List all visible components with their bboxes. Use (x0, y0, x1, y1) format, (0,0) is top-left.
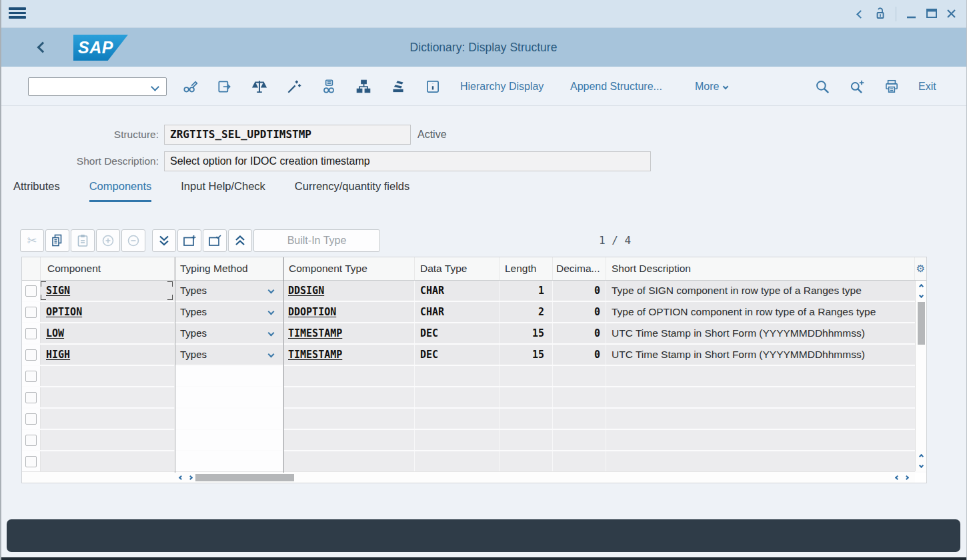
scroll-left-icon[interactable] (894, 475, 900, 481)
component-type-link[interactable]: DDSIGN (288, 285, 324, 297)
where-used-icon[interactable] (319, 77, 338, 96)
typing-method-cell[interactable] (175, 451, 283, 471)
column-header-typing-method[interactable]: Typing Method (175, 257, 283, 280)
scroll-up-icon[interactable] (918, 453, 924, 459)
hierarchy-display-button[interactable]: Hierarchy Display (460, 67, 544, 106)
tab-components[interactable]: Components (89, 180, 152, 202)
consistency-check-scales-icon[interactable] (250, 77, 269, 96)
row-checkbox[interactable] (25, 392, 37, 403)
scroll-down-icon[interactable] (918, 293, 924, 299)
component-name-link[interactable]: SIGN (46, 285, 70, 297)
chevron-down-icon (723, 84, 728, 89)
component-name-link[interactable]: OPTION (46, 306, 82, 318)
column-header-short-description[interactable]: Short Description (606, 257, 915, 280)
activate-wand-icon[interactable] (285, 77, 303, 96)
typing-method-cell[interactable] (175, 366, 283, 386)
component-name-link[interactable]: HIGH (46, 349, 70, 361)
insert-line-button[interactable] (96, 229, 120, 252)
column-header-length[interactable]: Length (500, 257, 553, 280)
table-row: OPTION Types DDOPTION CHAR 2 0 Type of O… (22, 302, 926, 323)
typing-method-cell[interactable]: Types (175, 345, 283, 365)
menu-icon[interactable] (9, 7, 26, 21)
search-plus-icon[interactable] (848, 77, 866, 96)
print-icon[interactable] (882, 77, 901, 96)
component-type-cell[interactable] (283, 409, 415, 429)
minimize-icon[interactable] (902, 4, 922, 24)
component-cell[interactable] (41, 366, 175, 386)
horizontal-scrollbar[interactable] (22, 471, 915, 483)
insert-row-button[interactable] (177, 229, 201, 252)
vertical-scroll-thumb[interactable] (918, 302, 925, 345)
builtin-type-button[interactable]: Built-In Type (253, 229, 380, 252)
paste-button[interactable] (71, 229, 95, 252)
component-name-link[interactable]: LOW (46, 327, 64, 339)
component-type-link[interactable]: DDOPTION (288, 306, 336, 318)
row-checkbox[interactable] (25, 328, 37, 339)
structure-field[interactable]: ZRGTITS_SEL_UPDTIMSTMP (164, 125, 411, 145)
component-cell[interactable] (41, 409, 175, 429)
layers-icon[interactable] (389, 77, 407, 96)
command-input[interactable] (28, 77, 167, 96)
close-icon[interactable] (942, 4, 962, 24)
tab-currency-quantity-fields[interactable]: Currency/quantity fields (295, 180, 409, 202)
display-change-icon[interactable] (181, 77, 199, 96)
more-menu-button[interactable]: More (695, 67, 728, 106)
scroll-up-icon[interactable] (918, 283, 924, 289)
typing-method-cell[interactable] (175, 430, 283, 450)
copy-button[interactable] (45, 229, 69, 252)
scroll-right-icon[interactable] (904, 475, 910, 481)
maximize-icon[interactable] (922, 4, 942, 24)
decimals-cell: 0 (553, 281, 606, 301)
column-header-data-type[interactable]: Data Type (415, 257, 500, 280)
column-header-component[interactable]: Component (41, 257, 175, 280)
component-cell[interactable] (41, 451, 175, 471)
typing-method-cell[interactable]: Types (175, 281, 283, 301)
component-cell[interactable] (41, 387, 175, 407)
copy-object-icon[interactable] (215, 77, 234, 96)
component-type-cell[interactable] (283, 451, 415, 471)
component-type-link[interactable]: TIMESTAMP (288, 349, 342, 361)
chevron-down-icon[interactable] (151, 83, 159, 91)
typing-method-cell[interactable]: Types (175, 302, 283, 322)
component-type-cell[interactable] (283, 366, 415, 386)
scroll-left-icon[interactable] (178, 475, 184, 481)
row-checkbox[interactable] (25, 413, 37, 425)
row-checkbox[interactable] (25, 371, 37, 382)
component-type-cell[interactable] (283, 387, 415, 407)
move-down-button[interactable] (152, 229, 176, 252)
delete-row-button[interactable] (203, 229, 227, 252)
cut-button[interactable]: ✂ (20, 229, 44, 252)
row-checkbox[interactable] (25, 456, 37, 467)
horizontal-scroll-thumb[interactable] (195, 474, 294, 481)
append-structure-button[interactable]: Append Structure... (570, 67, 662, 106)
typing-method-cell[interactable]: Types (175, 323, 283, 343)
component-cell[interactable] (41, 430, 175, 450)
back-icon[interactable] (850, 4, 870, 24)
scroll-down-icon[interactable] (918, 463, 924, 469)
vertical-scrollbar[interactable] (915, 281, 926, 471)
scroll-right-icon[interactable] (187, 475, 193, 481)
column-header-component-type[interactable]: Component Type (283, 257, 415, 280)
row-checkbox[interactable] (25, 307, 37, 318)
short-description-field[interactable]: Select option for IDOC creation timestam… (164, 151, 651, 171)
move-up-button[interactable] (228, 229, 252, 252)
tab-attributes[interactable]: Attributes (13, 180, 60, 202)
row-checkbox[interactable] (25, 285, 37, 297)
typing-method-cell[interactable] (175, 409, 283, 429)
gear-icon[interactable]: ⚙ (916, 263, 925, 274)
search-icon[interactable] (813, 77, 832, 96)
select-all-header-cell[interactable] (22, 257, 41, 280)
hierarchy-icon[interactable] (354, 77, 373, 96)
info-icon[interactable] (423, 77, 442, 96)
component-type-link[interactable]: TIMESTAMP (288, 327, 342, 339)
component-type-cell[interactable] (283, 430, 415, 450)
unlock-icon[interactable] (870, 4, 890, 24)
exit-button[interactable]: Exit (918, 67, 936, 106)
length-cell (500, 451, 553, 471)
delete-line-button[interactable] (121, 229, 145, 252)
typing-method-cell[interactable] (175, 387, 283, 407)
row-checkbox[interactable] (25, 435, 37, 446)
tab-input-help-check[interactable]: Input Help/Check (181, 180, 265, 202)
column-header-decimals[interactable]: Decima... (553, 257, 606, 280)
row-checkbox[interactable] (25, 349, 37, 361)
